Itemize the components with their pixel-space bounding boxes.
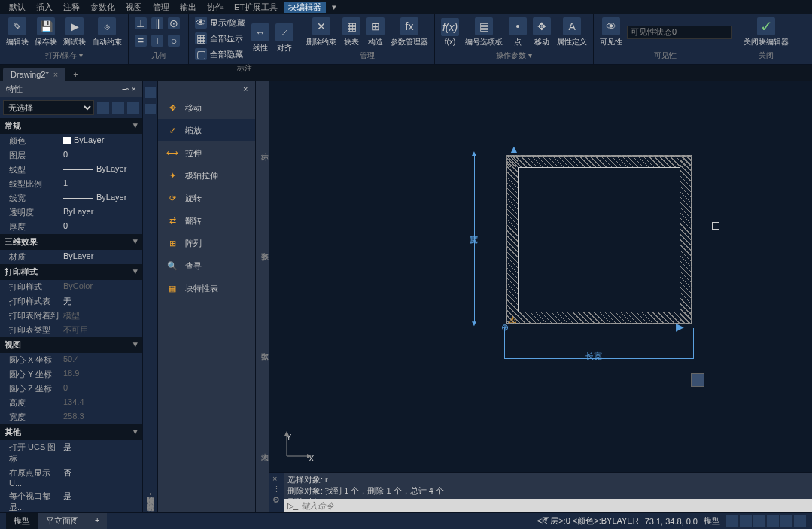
tool-item[interactable]: ⤢缩放 xyxy=(158,119,255,141)
hide-all-button[interactable]: ▢全部隐藏 xyxy=(193,47,247,62)
add-tab-button[interactable]: + xyxy=(67,68,84,81)
osnap-icon[interactable] xyxy=(780,515,792,527)
pickadd-icon[interactable] xyxy=(127,102,139,114)
geom-constraint-icon[interactable]: ∥ xyxy=(150,16,165,31)
select-objects-icon[interactable] xyxy=(112,102,124,114)
drawing-canvas[interactable]: 长宽 宽度 ▲ ▶ ▲ ▼ ⊕ ⚠ Y X xyxy=(269,81,812,472)
point-button[interactable]: •点 xyxy=(507,16,528,49)
menu-item[interactable]: 默认 xyxy=(5,2,30,13)
menu-item[interactable]: 输出 xyxy=(175,2,201,13)
geom-constraint-icon[interactable]: = xyxy=(133,33,148,48)
visibility-combo[interactable]: 可见性状态0 xyxy=(627,26,732,39)
menu-item[interactable]: 注释 xyxy=(59,2,84,13)
prop-row[interactable]: 线型ByLayer xyxy=(0,163,142,177)
geom-constraint-icon[interactable]: ⟂ xyxy=(150,33,165,48)
grid-icon[interactable] xyxy=(726,515,738,527)
menu-item[interactable]: 参数化 xyxy=(86,2,120,13)
prop-row[interactable]: 打印样式表无 xyxy=(0,294,142,309)
document-tab[interactable]: Drawing2* × xyxy=(3,68,65,81)
param-arrow-icon[interactable]: ▶ xyxy=(676,321,684,333)
close-icon[interactable]: × xyxy=(132,84,136,94)
show-hide-button[interactable]: 👁显示/隐藏 xyxy=(193,15,247,30)
save-block-button[interactable]: 💾保存块 xyxy=(33,16,59,49)
tool-item[interactable]: ⊞阵列 xyxy=(158,232,255,254)
prop-section-header[interactable]: 三维效果 xyxy=(0,234,142,250)
polar-icon[interactable] xyxy=(767,515,779,527)
settings-icon[interactable] xyxy=(794,515,806,527)
command-input[interactable] xyxy=(301,501,809,510)
construct-button[interactable]: ⊞构造 xyxy=(365,16,386,49)
menu-overflow-icon[interactable]: ▾ xyxy=(327,2,341,12)
palette-icon[interactable] xyxy=(145,87,156,98)
geom-constraint-icon[interactable]: ⊥ xyxy=(133,16,148,31)
close-editor-button[interactable]: ✓关闭块编辑器 xyxy=(742,16,790,49)
add-layout-button[interactable]: + xyxy=(87,513,107,529)
action-icon[interactable] xyxy=(691,373,704,387)
menu-item-active[interactable]: 块编辑器 xyxy=(284,2,326,13)
attr-def-button[interactable]: A属性定义 xyxy=(555,16,588,49)
prop-row[interactable]: 圆心 X 坐标50.4 xyxy=(0,353,142,367)
delete-constraint-button[interactable]: ✕删除约束 xyxy=(305,16,338,49)
prop-row[interactable]: 厚度0 xyxy=(0,220,142,234)
tool-item[interactable]: ⇄翻转 xyxy=(158,209,255,232)
tool-item[interactable]: ✥移动 xyxy=(158,96,255,119)
prop-row[interactable]: 材质ByLayer xyxy=(0,250,142,264)
test-block-button[interactable]: ▶测试块 xyxy=(62,16,87,49)
status-layer-info[interactable]: <图层>:0 <颜色>:BYLAYER xyxy=(537,515,639,527)
prop-section-header[interactable]: 常规 xyxy=(0,118,142,134)
show-all-button[interactable]: ▦全部显示 xyxy=(193,31,247,46)
layout-tab-model[interactable]: 模型 xyxy=(6,513,38,529)
menu-item[interactable]: 插入 xyxy=(32,2,57,13)
prop-section-header[interactable]: 打印样式 xyxy=(0,264,142,280)
prop-row[interactable]: 线型比例1 xyxy=(0,177,142,191)
prop-row[interactable]: 高度134.4 xyxy=(0,396,142,410)
warning-icon[interactable]: ⚠ xyxy=(509,315,517,325)
prop-row[interactable]: 在原点显示 U...否 xyxy=(0,466,142,489)
align-button[interactable]: ⟋对齐 xyxy=(274,22,295,55)
param-arrow-icon[interactable]: ▲ xyxy=(509,143,519,155)
auto-constrain-button[interactable]: ⟐自动约束 xyxy=(90,16,123,49)
block-table-button[interactable]: ▦块表 xyxy=(341,16,362,49)
cmiano-grip-icon[interactable]: ⋮ xyxy=(272,485,281,494)
status-mode[interactable]: 模型 xyxy=(704,515,720,527)
menu-item[interactable]: 协作 xyxy=(202,2,228,13)
quick-select-icon[interactable] xyxy=(97,102,109,114)
layout-tab[interactable]: 平立面图 xyxy=(38,513,87,529)
prop-row[interactable]: 线宽ByLayer xyxy=(0,191,142,205)
dimension-vertical[interactable] xyxy=(474,154,475,324)
prop-section-header[interactable]: 视图 xyxy=(0,337,142,353)
prop-row[interactable]: 圆心 Y 坐标18.9 xyxy=(0,367,142,382)
fx-button[interactable]: f(x)f(x) xyxy=(439,17,461,47)
cmd-option-icon[interactable]: ⚙ xyxy=(272,495,281,504)
selection-combo[interactable]: 无选择 xyxy=(3,100,94,115)
snap-icon[interactable] xyxy=(740,515,752,527)
geom-constraint-icon[interactable]: ○ xyxy=(166,33,181,48)
menu-item[interactable]: 视图 xyxy=(121,2,147,13)
prop-row[interactable]: 打开 UCS 图标是 xyxy=(0,440,142,466)
tool-item[interactable]: ⟷拉伸 xyxy=(158,141,255,164)
prop-row[interactable]: 打印表类型不可用 xyxy=(0,323,142,337)
tool-item[interactable]: ⟳旋转 xyxy=(158,187,255,209)
menu-item[interactable]: ET扩展工具 xyxy=(230,2,282,13)
prop-section-header[interactable]: 其他 xyxy=(0,424,142,440)
prop-row[interactable]: 宽度258.3 xyxy=(0,410,142,424)
cmd-close-icon[interactable]: × xyxy=(272,474,281,483)
ribbon-group-label[interactable]: 操作参数 ▾ xyxy=(496,49,532,62)
tool-item[interactable]: ▦块特性表 xyxy=(158,277,255,299)
close-icon[interactable]: × xyxy=(243,84,252,93)
ortho-icon[interactable] xyxy=(753,515,765,527)
number-palette-button[interactable]: ▤编号选项板 xyxy=(464,16,504,49)
prop-row[interactable]: 透明度ByLayer xyxy=(0,205,142,220)
prop-row[interactable]: 颜色ByLayer xyxy=(0,134,142,148)
linear-button[interactable]: ↔线性 xyxy=(250,22,271,55)
ribbon-group-label[interactable]: 打开/保存 ▾ xyxy=(45,49,84,62)
geom-constraint-icon[interactable]: ⊙ xyxy=(166,16,181,31)
prop-row[interactable]: 图层0 xyxy=(0,148,142,163)
prop-row[interactable]: 圆心 Z 坐标0 xyxy=(0,382,142,396)
tool-item[interactable]: 🔍查寻 xyxy=(158,254,255,277)
visibility-button[interactable]: 👁可见性 xyxy=(598,16,624,49)
prop-row[interactable]: 每个视口都显...是 xyxy=(0,489,142,512)
prop-row[interactable]: 打印样式ByColor xyxy=(0,280,142,294)
palette-icon[interactable] xyxy=(145,104,156,114)
param-mgr-button[interactable]: fx参数管理器 xyxy=(389,16,430,49)
